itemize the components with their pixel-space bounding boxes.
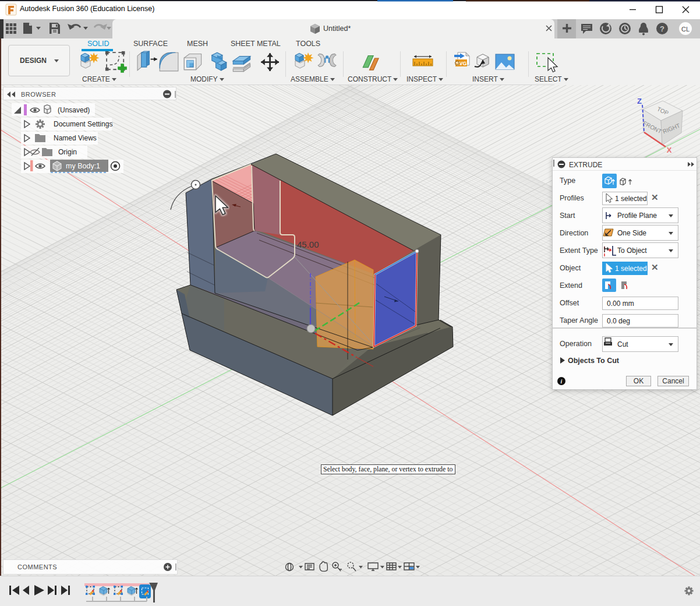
svg-text:EXTRUDE: EXTRUDE [569, 161, 602, 169]
svg-text:Document Settings: Document Settings [54, 120, 112, 128]
svg-text:Z: Z [637, 97, 642, 105]
svg-text:X: X [667, 146, 672, 154]
svg-text:i: i [561, 378, 563, 385]
svg-text:COMMENTS: COMMENTS [17, 563, 57, 570]
svg-text:Named Views: Named Views [54, 134, 97, 142]
svg-text:my Body:1: my Body:1 [66, 162, 100, 170]
svg-text:Origin: Origin [58, 148, 77, 156]
svg-text:(Unsaved): (Unsaved) [58, 106, 90, 114]
svg-text:45.00: 45.00 [297, 239, 319, 249]
